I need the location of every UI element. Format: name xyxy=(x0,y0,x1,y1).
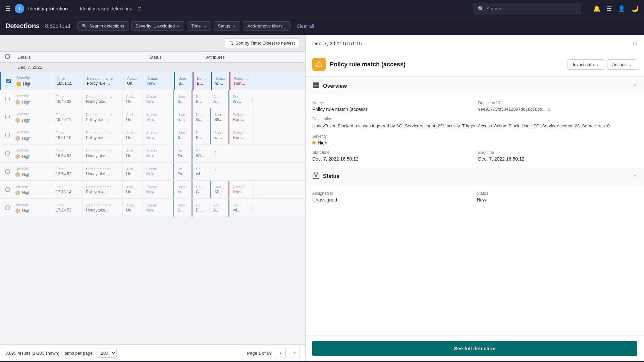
end-time-label: End time xyxy=(478,150,638,155)
cell-severity: Severity High xyxy=(12,90,52,108)
row-menu-button[interactable]: ⋮ xyxy=(210,163,221,180)
detection-type-icon xyxy=(312,58,326,71)
cell-domain: Do... E... xyxy=(192,90,210,108)
field-end-time: End time Dec. 7, 2022 16:50:12 xyxy=(478,150,638,162)
row-checkbox[interactable] xyxy=(0,108,12,126)
cell-severity: Severity High xyxy=(12,126,52,144)
table-row[interactable]: Severity High Time 16:51:15 Detection na… xyxy=(0,72,305,90)
row-menu-button[interactable]: ⋮ xyxy=(247,90,258,108)
cell-time: Time 16:54:52 xyxy=(52,144,83,162)
row-select-checkbox[interactable] xyxy=(5,169,10,174)
per-page-select[interactable]: 100 50 25 xyxy=(97,349,117,358)
detection-id-field-label: Detection ID xyxy=(478,101,638,105)
cell-detection-name: Detection name Policy rule ... xyxy=(84,72,124,90)
header-details: Details xyxy=(17,55,145,60)
cell-severity: Severity High xyxy=(12,163,52,180)
table-row[interactable]: Severity High Time 16:54:52 Detection na… xyxy=(0,163,305,181)
sort-label: Sort by Time: Oldest to newest xyxy=(235,41,295,46)
row-select-checkbox[interactable] xyxy=(5,187,10,192)
clear-all-button[interactable]: Clear all xyxy=(294,22,316,31)
row-select-checkbox[interactable] xyxy=(5,97,10,101)
search-bar[interactable]: 🔍 Search xyxy=(474,3,581,14)
chip-add-filters[interactable]: Add/remove filters + xyxy=(243,21,290,31)
row-checkbox[interactable] xyxy=(0,163,12,180)
table-row[interactable]: Severity High Time 16:51:15 Detection na… xyxy=(0,126,305,144)
row-select-checkbox[interactable] xyxy=(6,79,11,83)
copy-id-icon[interactable]: ⧉ xyxy=(548,107,551,112)
see-full-detection-button[interactable]: See full detection xyxy=(312,341,637,356)
collapse-icon[interactable]: ⊡ xyxy=(633,40,637,47)
row-checkbox[interactable] xyxy=(0,144,12,162)
table-row[interactable]: Severity High Time 16:40:11 Detection na… xyxy=(0,108,305,126)
next-page-button[interactable]: › xyxy=(290,348,300,358)
field-severity: Severity High xyxy=(312,134,637,145)
cell-time: Time 16:51:15 xyxy=(53,72,84,90)
cell-detection-name: Detection name Honeytoke... xyxy=(83,163,123,180)
user-icon[interactable]: 👤 xyxy=(618,5,625,12)
overview-section: Overview ⌃ Name Policy rule match (acces… xyxy=(306,77,644,167)
status-section-header[interactable]: Status ⌃ xyxy=(306,167,644,186)
sort-icon: ⇅ xyxy=(230,41,233,46)
row-checkbox[interactable] xyxy=(0,199,12,217)
prev-page-button[interactable]: ‹ xyxy=(276,348,286,358)
overview-body: Name Policy rule match (access) Detectio… xyxy=(306,95,644,167)
select-all-checkbox[interactable] xyxy=(5,54,10,59)
name-field-label: Name xyxy=(312,101,472,105)
search-placeholder: Search xyxy=(486,6,501,11)
chip-search-detections[interactable]: 🔍 Search detections xyxy=(77,21,128,31)
ellipsis-icon: ⋮ xyxy=(256,114,262,121)
row-checkbox[interactable] xyxy=(1,72,13,90)
cell-status: Status New xyxy=(144,72,174,90)
end-time-value: Dec. 7, 2022 16:50:12 xyxy=(478,156,638,162)
actions-label: Actions xyxy=(612,62,627,67)
add-filters-label: Add/remove filters + xyxy=(247,23,286,28)
cell-detection-name: Detection name Honeytoke... xyxy=(83,144,123,162)
actions-button[interactable]: Actions ⌄ xyxy=(607,59,637,70)
row-select-checkbox[interactable] xyxy=(5,115,10,119)
row-select-checkbox[interactable] xyxy=(5,151,10,156)
row-select-checkbox[interactable] xyxy=(5,133,10,137)
row-menu-button[interactable]: ⋮ xyxy=(210,144,221,162)
theme-icon[interactable]: 🌙 xyxy=(631,5,639,12)
severity-field-label: Severity xyxy=(312,134,637,139)
cell-domain: Do... E... xyxy=(193,72,211,90)
notification-icon[interactable]: 🔔 xyxy=(593,5,600,12)
row-checkbox[interactable] xyxy=(0,126,12,144)
menu-icon[interactable]: ☰ xyxy=(606,5,612,12)
row-menu-button[interactable]: ⋮ xyxy=(255,72,265,90)
chip-status[interactable]: Status ⌄ xyxy=(214,21,240,31)
hamburger-icon[interactable]: ☰ xyxy=(5,5,11,12)
row-menu-button[interactable]: ⋮ xyxy=(254,126,264,144)
row-checkbox[interactable] xyxy=(0,181,12,198)
severity-dot xyxy=(16,82,21,86)
cell-domain: Do... Fa... xyxy=(173,163,192,180)
table-row[interactable]: Severity High Time 16:40:02 Detection na… xyxy=(0,90,305,108)
top-navigation: ☰ I Identity protection | Identity-based… xyxy=(0,0,644,17)
cell-assigned: Assi... Un... xyxy=(123,126,143,144)
row-menu-button[interactable]: ⋮ xyxy=(247,199,258,217)
time-fields: Start time Dec. 7, 2022 16:50:12 End tim… xyxy=(312,150,637,162)
overview-title: Overview xyxy=(323,83,347,89)
nav-breadcrumb[interactable]: Identity-based detections xyxy=(80,6,132,11)
bookmark-icon[interactable]: ⊡ xyxy=(138,6,142,11)
sort-button[interactable]: ⇅ Sort by Time: Oldest to newest xyxy=(225,38,300,48)
table-row[interactable]: Severity High Time 17:24:53 Detection na… xyxy=(0,199,305,217)
table-row[interactable]: Severity High Time 17:13:14 Detection na… xyxy=(0,181,305,199)
row-menu-button[interactable]: ⋮ xyxy=(254,181,264,198)
row-select-checkbox[interactable] xyxy=(5,205,10,210)
row-menu-button[interactable]: ⋮ xyxy=(254,108,264,126)
detail-timestamp: Dec. 7, 2022 16:51:15 xyxy=(312,41,362,46)
cell-action: Act... A... xyxy=(210,90,228,108)
severity-chip-remove[interactable]: ✕ xyxy=(177,24,180,28)
row-checkbox[interactable] xyxy=(0,90,12,108)
search-icon: 🔍 xyxy=(478,6,484,11)
overview-section-header[interactable]: Overview ⌃ xyxy=(306,77,644,95)
investigate-button[interactable]: Investigate ⌄ xyxy=(568,59,604,70)
chip-severity[interactable]: Severity: 1 excluded ✕ xyxy=(131,21,184,31)
cell-status: Status New xyxy=(143,181,173,198)
svg-point-2 xyxy=(319,66,319,66)
investigate-chevron: ⌄ xyxy=(596,62,599,67)
chip-time[interactable]: Time ⌄ xyxy=(187,21,211,31)
table-row[interactable]: Severity High Time 16:54:52 Detection na… xyxy=(0,144,305,163)
nav-separator: | xyxy=(73,6,74,11)
